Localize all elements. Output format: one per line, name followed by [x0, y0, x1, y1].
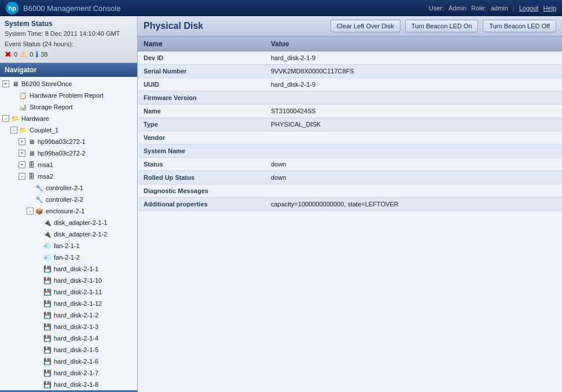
nav-item-label: hard_disk-2-1-10 — [54, 277, 102, 284]
clear-leftover-button[interactable]: Clear Left Over Disk — [330, 20, 401, 32]
storage-icon: 🗄 — [27, 172, 36, 181]
property-value: hard_disk-2-1-9 — [265, 78, 562, 91]
warning-count: 0 — [30, 51, 33, 58]
enclosure-icon: 📦 — [35, 206, 44, 216]
error-icon: ✖ — [5, 50, 12, 59]
help-link[interactable]: Help — [543, 5, 556, 12]
nav-item-controller-2-1[interactable]: 🔧controller-2-1 — [0, 182, 137, 194]
system-status-panel: System Status System Time: 8 Dec 2011 14… — [0, 16, 137, 63]
user-value: Admin — [449, 5, 467, 12]
storage-icon: 🗄 — [27, 160, 36, 169]
nav-item-hard_disk-2-1-3[interactable]: 💾hard_disk-2-1-3 — [0, 321, 137, 332]
nav-item-storage-report[interactable]: 📊Storage Report — [0, 101, 137, 113]
nav-item-disk_adapter-2-1-1[interactable]: 🔌disk_adapter-2-1-1 — [0, 217, 137, 228]
controller-icon: 🔧 — [35, 183, 44, 193]
nav-item-label: fan-2-1-2 — [54, 254, 80, 261]
property-name: Dev ID — [138, 51, 265, 65]
disk-icon: 💾 — [43, 310, 52, 320]
navigator-title: Navigator — [0, 63, 137, 77]
nav-item-hard_disk-2-1-5[interactable]: 💾hard_disk-2-1-5 — [0, 344, 137, 356]
info-count: 38 — [41, 51, 47, 58]
table-row: Rolled Up Statusdown — [138, 171, 562, 184]
nav-item-controller-2-2[interactable]: 🔧controller-2-2 — [0, 194, 137, 205]
nav-item-hw-problem[interactable]: 📋Hardware Problem Report — [0, 90, 137, 101]
user-label: User: — [429, 5, 444, 12]
nav-item-couplet1[interactable]: -📁Couplet_1 — [0, 124, 137, 136]
property-name: Firmware Version — [138, 91, 265, 105]
folder-icon: 📁 — [10, 114, 20, 123]
controller-icon: 🔧 — [35, 195, 44, 204]
property-value: ST31000424SS — [265, 105, 562, 118]
table-row: Firmware Version — [138, 91, 562, 105]
nav-item-hard_disk-2-1-1[interactable]: 💾hard_disk-2-1-1 — [0, 263, 137, 275]
property-value: capacity=1000000000000, state=LEFTOVER — [265, 198, 562, 211]
server-icon: 🖥 — [27, 149, 36, 158]
nav-item-disk_adapter-2-1-2[interactable]: 🔌disk_adapter-2-1-2 — [0, 228, 137, 240]
nav-item-hard_disk-2-1-2[interactable]: 💾hard_disk-2-1-2 — [0, 309, 137, 321]
nav-item-hard_disk-2-1-7[interactable]: 💾hard_disk-2-1-7 — [0, 367, 137, 379]
beacon-off-button[interactable]: Turn Beacon LED Off — [483, 20, 556, 32]
nav-item-label: hard_disk-2-1-7 — [54, 369, 98, 376]
nav-item-hard_disk-2-1-12[interactable]: 💾hard_disk-2-1-12 — [0, 298, 137, 309]
event-status-row: Event Status (24 hours): — [5, 40, 133, 47]
event-label: Event Status (24 hours): — [5, 40, 74, 47]
table-row: Dev IDhard_disk-2-1-9 — [138, 51, 562, 65]
nav-item-hard_disk-2-1-11[interactable]: 💾hard_disk-2-1-11 — [0, 286, 137, 298]
logout-link[interactable]: Logout — [519, 5, 539, 12]
nav-item-hardware[interactable]: -📁Hardware — [0, 113, 137, 124]
disk-icon: 💾 — [43, 357, 52, 366]
report-icon: 📋 — [19, 91, 28, 100]
property-name: Name — [138, 105, 265, 118]
tree-toggle[interactable]: - — [10, 127, 17, 134]
nav-item-b6200[interactable]: +🖥B6200 StoreOnce — [0, 78, 137, 90]
disk-icon: 💾 — [43, 380, 52, 389]
nav-item-hp99ba03c272-1[interactable]: +🖥hp99ba03c272-1 — [0, 136, 137, 147]
nav-item-fan-2-1-2[interactable]: 💨fan-2-1-2 — [0, 252, 137, 263]
property-value — [265, 184, 562, 198]
nav-item-label: enclosure-2-1 — [46, 208, 85, 215]
adapter-icon: 🔌 — [43, 218, 52, 227]
property-name: Serial Number — [138, 65, 265, 78]
tree-toggle[interactable]: + — [2, 80, 9, 87]
event-counts: ✖ 0 ⚠ 0 ℹ 38 — [5, 50, 133, 59]
disk-icon: 💾 — [43, 276, 52, 285]
nav-tree[interactable]: +🖥B6200 StoreOnce📋Hardware Problem Repor… — [0, 77, 137, 392]
fan-icon: 💨 — [43, 253, 52, 262]
property-name: Status — [138, 158, 265, 171]
tree-toggle[interactable]: - — [19, 173, 25, 180]
nav-item-hard_disk-2-1-4[interactable]: 💾hard_disk-2-1-4 — [0, 332, 137, 344]
property-value — [265, 91, 562, 105]
tree-toggle[interactable]: + — [19, 161, 25, 168]
tree-toggle[interactable]: + — [19, 138, 25, 145]
nav-item-label: hard_disk-2-1-8 — [54, 381, 98, 388]
nav-item-label: hard_disk-2-1-12 — [54, 300, 102, 307]
nav-item-enclosure-2-1[interactable]: -📦enclosure-2-1 — [0, 205, 137, 217]
tree-toggle[interactable]: + — [19, 150, 25, 157]
nav-item-hp99ba03c272-2[interactable]: +🖥hp99ba03c272-2 — [0, 147, 137, 159]
main-layout: System Status System Time: 8 Dec 2011 14… — [0, 16, 562, 392]
property-name: Diagnostic Messages — [138, 184, 265, 198]
nav-item-hard_disk-2-1-6[interactable]: 💾hard_disk-2-1-6 — [0, 356, 137, 367]
tree-toggle[interactable]: - — [2, 115, 9, 122]
role-label: Role: — [471, 5, 486, 12]
nav-item-hard_disk-2-1-8[interactable]: 💾hard_disk-2-1-8 — [0, 379, 137, 390]
property-name: Vendor — [138, 131, 265, 145]
property-name: Type — [138, 118, 265, 131]
property-value: down — [265, 171, 562, 184]
beacon-on-button[interactable]: Turn Beacon LED On — [405, 20, 479, 32]
nav-item-label: msa2 — [38, 173, 53, 180]
nav-item-fan-2-1-1[interactable]: 💨fan-2-1-1 — [0, 240, 137, 252]
nav-item-hard_disk-2-1-10[interactable]: 💾hard_disk-2-1-10 — [0, 275, 137, 286]
nav-item-label: B6200 StoreOnce — [21, 80, 72, 87]
server-icon: 🖥 — [27, 137, 36, 146]
property-name: Rolled Up Status — [138, 171, 265, 184]
nav-item-msa1[interactable]: +🗄msa1 — [0, 159, 137, 171]
table-row: NameST31000424SS — [138, 105, 562, 118]
property-name: UUID — [138, 78, 265, 91]
property-value: PHYSICAL_DISK — [265, 118, 562, 131]
nav-item-label: hp99ba03c272-2 — [38, 150, 86, 157]
nav-item-label: hard_disk-2-1-4 — [54, 335, 98, 342]
nav-item-label: Couplet_1 — [30, 127, 58, 134]
tree-toggle[interactable]: - — [27, 208, 34, 215]
nav-item-msa2[interactable]: -🗄msa2 — [0, 171, 137, 182]
